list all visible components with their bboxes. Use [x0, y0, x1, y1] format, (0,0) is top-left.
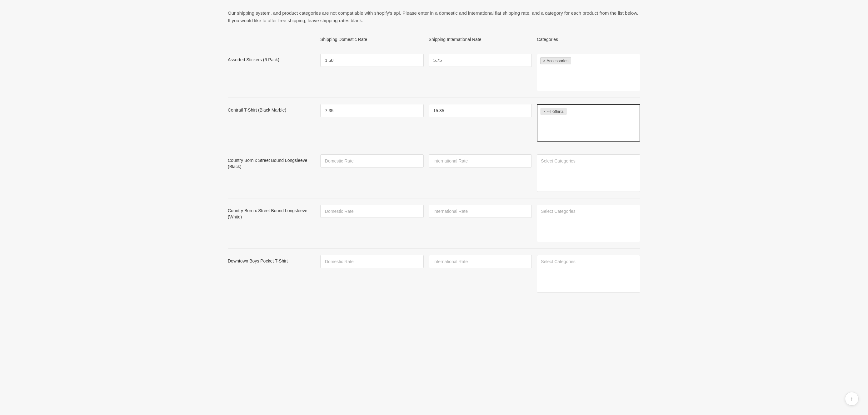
- remove-category-icon: ×: [543, 59, 545, 63]
- domestic-field-group: [320, 54, 424, 67]
- category-tag: × Accessories: [540, 57, 571, 64]
- international-rate-input[interactable]: [429, 54, 532, 67]
- categories-box[interactable]: Select Categories: [537, 154, 640, 192]
- product-name: Country Born x Street Bound Longsleeve (…: [228, 205, 315, 220]
- page-container: Our shipping system, and product categor…: [215, 0, 653, 308]
- product-row: Country Born x Street Bound Longsleeve (…: [228, 199, 640, 249]
- category-label: Accessories: [547, 58, 568, 63]
- header-domestic: Shipping Domestic Rate: [320, 37, 424, 42]
- domestic-rate-input[interactable]: [320, 205, 424, 218]
- categories-box[interactable]: Select Categories: [537, 205, 640, 242]
- domestic-field-group: [320, 255, 424, 268]
- product-name: Country Born x Street Bound Longsleeve (…: [228, 154, 315, 170]
- domestic-rate-input[interactable]: [320, 154, 424, 168]
- categories-box[interactable]: Select Categories: [537, 255, 640, 293]
- category-label: --T-Shirts: [547, 109, 563, 114]
- categories-placeholder: Select Categories: [539, 208, 577, 215]
- international-field-group: [429, 54, 532, 67]
- category-tag: × --T-Shirts: [540, 108, 566, 115]
- categories-placeholder: Select Categories: [539, 258, 577, 265]
- product-name: Assorted Stickers (6 Pack): [228, 54, 315, 63]
- categories-placeholder: Select Categories: [539, 157, 577, 165]
- domestic-field-group: [320, 205, 424, 218]
- domestic-rate-input[interactable]: [320, 54, 424, 67]
- domestic-rate-input[interactable]: [320, 255, 424, 268]
- product-name: Contrail T-Shirt (Black Marble): [228, 104, 315, 113]
- description-text: Our shipping system, and product categor…: [228, 9, 640, 24]
- international-field-group: [429, 255, 532, 268]
- domestic-rate-input[interactable]: [320, 104, 424, 117]
- international-rate-input[interactable]: [429, 205, 532, 218]
- table-header: Shipping Domestic Rate Shipping Internat…: [228, 37, 640, 45]
- international-rate-input[interactable]: [429, 154, 532, 168]
- product-row: Contrail T-Shirt (Black Marble) × --T-Sh…: [228, 98, 640, 148]
- header-categories: Categories: [537, 37, 640, 42]
- international-field-group: [429, 205, 532, 218]
- international-field-group: [429, 104, 532, 117]
- products-table: Shipping Domestic Rate Shipping Internat…: [228, 37, 640, 299]
- product-row: Country Born x Street Bound Longsleeve (…: [228, 148, 640, 199]
- categories-box[interactable]: × Accessories: [537, 54, 640, 91]
- remove-category-icon: ×: [544, 109, 546, 114]
- categories-box[interactable]: × --T-Shirts: [537, 104, 640, 142]
- domestic-field-group: [320, 154, 424, 168]
- international-rate-input[interactable]: [429, 255, 532, 268]
- product-row: Assorted Stickers (6 Pack) × Accessories: [228, 48, 640, 98]
- product-name: Downtown Boys Pocket T-Shirt: [228, 255, 315, 264]
- international-field-group: [429, 154, 532, 168]
- header-international: Shipping International Rate: [429, 37, 532, 42]
- domestic-field-group: [320, 104, 424, 117]
- product-row: Downtown Boys Pocket T-Shirt Select Cate…: [228, 249, 640, 299]
- international-rate-input[interactable]: [429, 104, 532, 117]
